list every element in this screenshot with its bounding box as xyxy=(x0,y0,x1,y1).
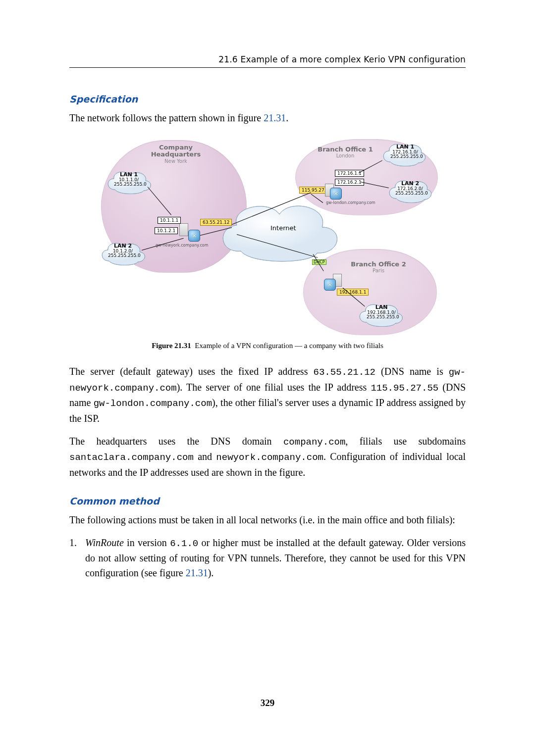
ip-literal: 115.95.27.55 xyxy=(371,383,438,394)
text: 255.255.255.0 xyxy=(367,314,399,319)
b1-firewall-icon xyxy=(330,188,342,200)
text: 255.255.255.0 xyxy=(395,191,428,196)
hq-lan2-label: LAN 2 10.1.2.0/ 255.255.255.0 xyxy=(108,243,138,258)
text: London xyxy=(313,153,377,158)
text: The headquarters uses the DNS domain xyxy=(69,436,283,447)
text: ). xyxy=(208,567,214,578)
page-number: 329 xyxy=(0,698,535,708)
b2-ip: 192.168.1.1 xyxy=(337,289,369,296)
list-item: 1. WinRoute in version 6.1.0 or higher m… xyxy=(69,535,466,581)
b1-ip2: 172.16.2.1 xyxy=(335,179,364,186)
text: Branch Office 1 xyxy=(313,146,377,153)
list-number: 1. xyxy=(69,535,85,581)
domain-literal: newyork.company.com xyxy=(216,452,323,463)
figure-caption-text: Example of a VPN configuration — a compa… xyxy=(195,342,383,350)
heading-common-method: Common method xyxy=(69,496,466,506)
heading-specification: Specification xyxy=(69,94,466,104)
hq-ip-10-1-1-1: 10.1.1.1 xyxy=(158,217,181,224)
spec-intro: The network follows the pattern shown in… xyxy=(69,110,466,125)
text: Branch Office 2 xyxy=(344,261,413,268)
text: New York xyxy=(139,158,213,164)
hq-lan1-label: LAN 1 10.1.1.0/ 255.255.255.0 xyxy=(114,172,144,187)
dns-literal: gw-london.company.com xyxy=(94,398,212,409)
text: 255.255.255.0 xyxy=(114,182,147,187)
b2-firewall-icon xyxy=(324,279,336,291)
branch1-title: Branch Office 1 London xyxy=(313,146,377,158)
b1-lan2-label: LAN 2 172.16.2.0/ 255.255.255.0 xyxy=(395,181,425,196)
text: ). The server of one filial uses the IP … xyxy=(177,382,371,393)
text: The server (default gateway) uses the fi… xyxy=(69,366,314,377)
text: The network follows the pattern shown in… xyxy=(69,112,264,123)
common-intro: The following actions must be taken in a… xyxy=(69,512,466,527)
version-literal: 6.1.0 xyxy=(170,538,198,549)
b1-gw-dns: gw-london.company.com xyxy=(326,201,375,205)
text: and xyxy=(194,451,216,462)
domain-literal: santaclara.company.com xyxy=(69,452,194,463)
hq-server-icon xyxy=(179,223,188,236)
text: (DNS name is xyxy=(375,366,449,377)
text: 255.255.255.0 xyxy=(108,253,141,258)
figure-ref-link[interactable]: 21.31 xyxy=(264,112,286,123)
text: , filials use subdomains xyxy=(345,436,466,447)
text: Headquarters xyxy=(139,151,213,158)
hq-firewall-icon xyxy=(188,230,200,242)
steps-list: 1. WinRoute in version 6.1.0 or higher m… xyxy=(69,535,466,581)
header-rule xyxy=(69,67,466,68)
paragraph-dns-domains: The headquarters uses the DNS domain com… xyxy=(69,434,466,480)
b1-ip1: 172.16.1.1 xyxy=(335,170,364,177)
hq-ext-ip: 63.55.21.12 xyxy=(200,219,232,226)
network-diagram: Company Headquarters New York Branch Off… xyxy=(99,139,436,335)
text: Company xyxy=(139,144,213,151)
hq-ip-10-1-2-1: 10.1.2.1 xyxy=(155,227,178,234)
figure-label: Figure 21.31 xyxy=(152,342,191,350)
paragraph-server-ips: The server (default gateway) uses the fi… xyxy=(69,364,466,426)
b2-lan-label: LAN 192.168.1.0/ 255.255.255.0 xyxy=(367,304,396,319)
branch2-title: Branch Office 2 Paris xyxy=(344,261,413,273)
list-body: WinRoute in version 6.1.0 or higher must… xyxy=(85,535,466,581)
hq-title: Company Headquarters New York xyxy=(139,144,213,164)
figure-caption: Figure 21.31 Example of a VPN configurat… xyxy=(69,342,466,350)
domain-literal: company.com xyxy=(283,437,345,448)
internet-label: Internet xyxy=(270,224,296,232)
b1-lan1-label: LAN 1 172.16.1.0/ 255.255.255.0 xyxy=(390,144,420,159)
text: Paris xyxy=(344,268,413,273)
text: 255.255.255.0 xyxy=(390,154,423,159)
figure-21-31: Company Headquarters New York Branch Off… xyxy=(69,139,466,350)
product-name: WinRoute xyxy=(85,537,124,548)
text: in version xyxy=(124,537,170,548)
running-header: 21.6 Example of a more complex Kerio VPN… xyxy=(69,54,466,67)
figure-ref-link[interactable]: 21.31 xyxy=(186,567,208,578)
ip-literal: 63.55.21.12 xyxy=(314,367,375,378)
text: . xyxy=(286,112,288,123)
